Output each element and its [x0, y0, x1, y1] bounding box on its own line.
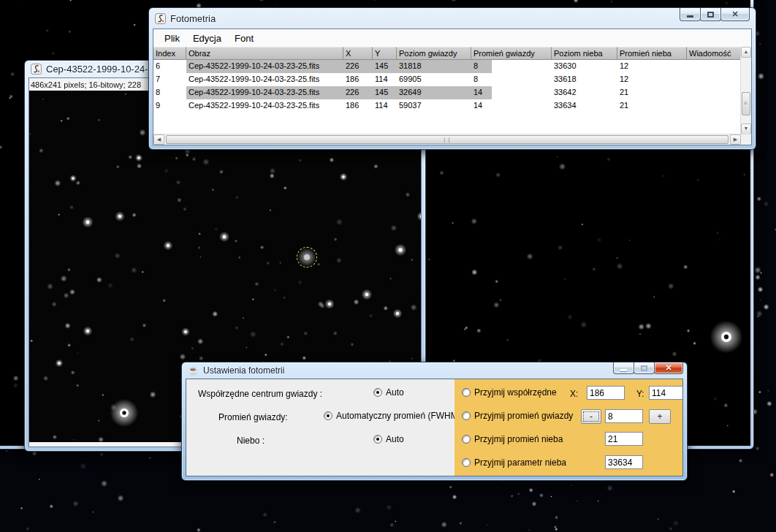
cell-obraz[interactable]: Cep-43522-1999-10-24-03-23-25.fits: [186, 86, 343, 99]
cell-poziom-nieba[interactable]: 33642: [552, 86, 617, 99]
column-header-wiadomosc[interactable]: Wiadomość: [687, 47, 741, 60]
column-header-y[interactable]: Y: [373, 47, 397, 60]
cell-poziom-gwiazdy[interactable]: 31818: [397, 60, 471, 73]
vertical-scroll-thumb[interactable]: ≡: [742, 92, 750, 115]
cell-promien-gwiazdy[interactable]: 8: [471, 73, 552, 86]
cell-poziom-gwiazdy[interactable]: 59037: [397, 99, 471, 113]
menu-font[interactable]: Font: [228, 31, 260, 45]
accept-coords-radio[interactable]: Przyjmij współrzędne: [462, 387, 557, 398]
cell-x[interactable]: 186: [343, 99, 373, 113]
close-button[interactable]: ✕: [720, 8, 750, 21]
cell-wiadomosc[interactable]: [687, 99, 741, 113]
photometry-marker-circle[interactable]: [297, 247, 317, 267]
menu-edycja[interactable]: Edycja: [186, 31, 228, 45]
cell-x[interactable]: 226: [343, 86, 373, 99]
column-header-poziom-nieba[interactable]: Poziom nieba: [552, 47, 617, 60]
sky-param-input[interactable]: [605, 455, 643, 469]
settings-dialog: ☕ Ustawienia fotometrii ✕ Współrzędne ce…: [181, 362, 688, 481]
scroll-right-button[interactable]: ▶: [730, 134, 741, 145]
column-header-index[interactable]: Index: [153, 47, 186, 60]
sky-auto-radio[interactable]: Auto: [373, 434, 404, 444]
y-input[interactable]: [649, 386, 683, 400]
cell-poziom-nieba[interactable]: 33630: [552, 60, 617, 73]
cell-promien-nieba[interactable]: 12: [617, 73, 687, 86]
column-header-poziom-gwiazdy[interactable]: Poziom gwiazdy: [397, 47, 471, 60]
vertical-scrollbar[interactable]: ▲ ≡ ▼: [740, 47, 751, 134]
sky-label: Niebo :: [237, 436, 265, 446]
column-header-promien-nieba[interactable]: Promień nieba: [617, 47, 687, 60]
minimize-button[interactable]: [680, 8, 701, 21]
fotometria-title: Fotometria: [170, 13, 216, 24]
radio-icon[interactable]: [462, 388, 471, 397]
cell-wiadomosc[interactable]: [687, 60, 741, 73]
cell-index[interactable]: 9: [153, 99, 186, 113]
cell-x[interactable]: 226: [343, 60, 373, 73]
x-input[interactable]: [587, 386, 625, 400]
radio-icon[interactable]: [462, 458, 471, 467]
cell-y[interactable]: 114: [373, 99, 397, 113]
cell-x[interactable]: 186: [343, 73, 373, 86]
fotometria-window: Fotometria ✕ Plik Edycja Font Index Obra…: [148, 7, 756, 150]
cell-wiadomosc[interactable]: [687, 73, 741, 86]
cell-obraz[interactable]: Cep-43522-1999-10-24-03-23-25.fits: [186, 60, 343, 73]
cell-y[interactable]: 145: [373, 86, 397, 99]
cell-poziom-nieba[interactable]: 33634: [552, 99, 617, 113]
radio-icon[interactable]: [373, 388, 382, 397]
dialog-maximize-button[interactable]: [634, 362, 655, 374]
table-row[interactable]: 6 Cep-43522-1999-10-24-03-23-25.fits 226…: [153, 60, 741, 73]
radio-icon[interactable]: [373, 435, 382, 444]
accept-sky-param-radio[interactable]: Przyjmij parametr nieba: [462, 457, 566, 468]
menu-plik[interactable]: Plik: [158, 31, 186, 45]
cell-index[interactable]: 7: [153, 73, 186, 86]
photometry-table: Index Obraz X Y Poziom gwiazdy Promień g…: [153, 47, 741, 134]
column-header-promien-gwiazdy[interactable]: Promień gwiazdy: [471, 47, 552, 60]
cell-poziom-gwiazdy[interactable]: 32649: [397, 86, 471, 99]
table-row[interactable]: 7 Cep-43522-1999-10-24-03-23-25.fits 186…: [153, 73, 741, 86]
cell-promien-gwiazdy[interactable]: 14: [471, 99, 552, 113]
table-row[interactable]: 9 Cep-43522-1999-10-24-03-23-25.fits 186…: [153, 99, 741, 113]
cell-obraz[interactable]: Cep-43522-1999-10-24-03-23-25.fits: [186, 73, 343, 86]
scroll-left-button[interactable]: ◀: [153, 134, 164, 145]
scroll-down-button[interactable]: ▼: [741, 123, 751, 134]
maximize-button[interactable]: [700, 8, 721, 21]
cell-promien-nieba[interactable]: 21: [617, 99, 687, 113]
dialog-title: Ustawienia fotometrii: [203, 365, 284, 376]
table-rows: 6 Cep-43522-1999-10-24-03-23-25.fits 226…: [153, 60, 741, 113]
coords-auto-radio[interactable]: Auto: [373, 387, 404, 398]
cell-y[interactable]: 114: [373, 73, 397, 86]
column-header-obraz[interactable]: Obraz: [186, 47, 343, 60]
cell-poziom-nieba[interactable]: 33618: [552, 73, 617, 86]
fotometria-titlebar[interactable]: Fotometria: [149, 8, 756, 28]
cell-obraz[interactable]: Cep-43522-1999-10-24-03-23-25.fits: [186, 99, 343, 113]
accept-sky-radius-radio[interactable]: Przyjmij promień nieba: [462, 434, 563, 444]
dialog-titlebar[interactable]: ☕ Ustawienia fotometrii: [182, 362, 687, 379]
column-header-x[interactable]: X: [343, 47, 373, 60]
decrement-radius-button[interactable]: -: [581, 409, 601, 424]
cell-promien-nieba[interactable]: 21: [617, 86, 687, 99]
radio-icon[interactable]: [462, 411, 471, 420]
cell-poziom-gwiazdy[interactable]: 69905: [397, 73, 471, 86]
radio-icon[interactable]: [324, 411, 332, 420]
dialog-close-button[interactable]: ✕: [654, 362, 683, 374]
star-radius-auto-radio[interactable]: Automatyczny promień (FWHM): [324, 411, 461, 421]
star-radius-label: Promień gwiazdy:: [218, 412, 288, 422]
radio-icon[interactable]: [462, 435, 471, 444]
table-row[interactable]: 8 Cep-43522-1999-10-24-03-23-25.fits 226…: [153, 86, 741, 99]
cell-promien-gwiazdy[interactable]: 8: [471, 60, 552, 73]
horizontal-scrollbar[interactable]: ◀ | | ▶: [153, 134, 751, 145]
cell-wiadomosc[interactable]: [687, 86, 741, 99]
cell-y[interactable]: 145: [373, 60, 397, 73]
cell-index[interactable]: 8: [153, 86, 186, 99]
menubar: Plik Edycja Font: [153, 29, 751, 48]
star-radius-input[interactable]: [605, 409, 643, 423]
scroll-up-button[interactable]: ▲: [741, 47, 751, 58]
cell-promien-gwiazdy[interactable]: 14: [471, 86, 552, 99]
increment-radius-button[interactable]: +: [649, 409, 671, 424]
cell-promien-nieba[interactable]: 12: [617, 60, 687, 73]
cell-index[interactable]: 6: [153, 60, 186, 73]
horizontal-scroll-thumb[interactable]: | |: [166, 135, 729, 144]
accept-star-radius-radio[interactable]: Przyjmij promień gwiazdy: [462, 411, 573, 421]
dialog-minimize-button[interactable]: [613, 362, 634, 374]
sky-radius-input[interactable]: [605, 432, 643, 446]
table-header: Index Obraz X Y Poziom gwiazdy Promień g…: [153, 47, 741, 60]
